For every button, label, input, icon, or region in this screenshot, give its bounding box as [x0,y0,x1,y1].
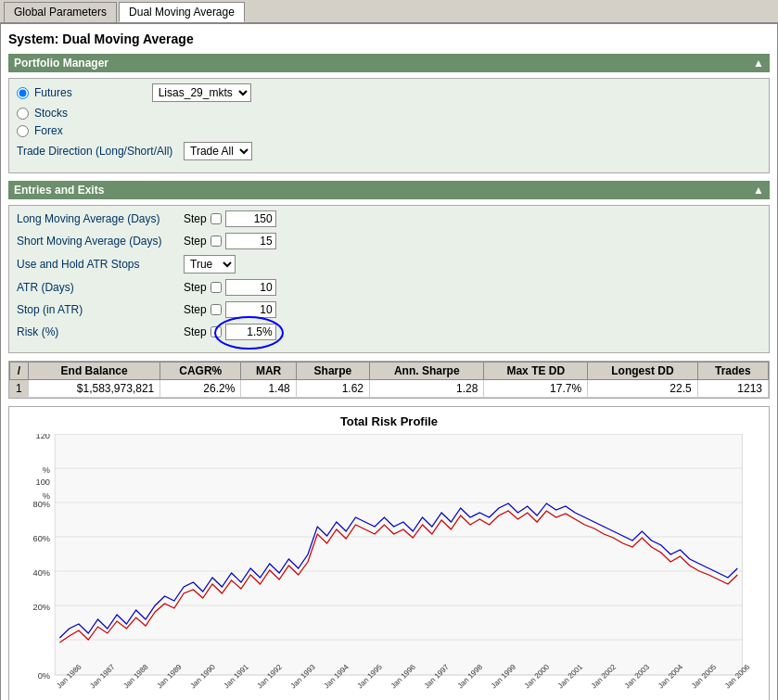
col-end-balance: End Balance [29,363,160,380]
stocks-label: Stocks [34,107,68,120]
entries-section-arrow[interactable]: ▲ [753,184,764,197]
futures-label: Futures [34,86,72,99]
cell-max-te-dd: 17.7% [484,380,588,398]
col-mar: MAR [241,363,296,380]
stocks-radio[interactable] [17,108,29,120]
tab-dual-moving-average[interactable]: Dual Moving Average [119,2,245,22]
long-ma-row: Long Moving Average (Days) Step [13,210,765,228]
risk-input[interactable] [225,324,276,340]
cell-num: 1 [10,380,29,398]
forex-radio[interactable] [17,125,29,137]
cell-cagr: 26.2% [160,380,241,398]
svg-text:100: 100 [36,477,50,487]
atr-days-input[interactable] [225,279,276,296]
atr-stops-label: Use and Hold ATR Stops [17,258,184,271]
long-ma-label: Long Moving Average (Days) [17,212,184,225]
results-table: / End Balance CAGR% MAR Sharpe Ann. Shar… [9,362,769,398]
short-ma-label: Short Moving Average (Days) [17,235,184,248]
col-ann-sharpe: Ann. Sharpe [370,363,484,380]
long-ma-step-checkbox[interactable] [210,213,222,224]
stop-atr-row: Stop (in ATR) Step [13,300,765,319]
table-row: 1 $1,583,973,821 26.2% 1.48 1.62 1.28 17… [10,380,769,398]
col-sharpe: Sharpe [296,363,369,380]
col-trades: Trades [697,363,768,380]
entries-section-header: Entries and Exits ▲ [8,181,770,199]
svg-text:120: 120 [36,434,50,440]
stop-atr-label: Stop (in ATR) [17,303,184,316]
svg-text:40%: 40% [33,568,51,578]
atr-days-label: ATR (Days) [17,281,184,294]
trade-direction-label: Trade Direction (Long/Short/All) [17,145,184,158]
long-ma-input[interactable] [225,210,276,227]
atr-days-step-checkbox[interactable] [210,282,222,293]
tabs-bar: Global Parameters Dual Moving Average [0,0,778,23]
atr-days-row: ATR (Days) Step [13,278,765,297]
svg-rect-0 [55,434,742,675]
system-title: System: Dual Moving Average [8,32,770,46]
futures-radio[interactable] [17,87,29,99]
atr-stops-row: Use and Hold ATR Stops True False [13,254,765,274]
short-ma-step-checkbox[interactable] [210,235,222,247]
atr-stops-dropdown[interactable]: True False [184,255,236,274]
chart-container: Total Risk Profile 120 % 100 % 80% [8,406,770,700]
forex-label: Forex [34,124,63,137]
cell-ann-sharpe: 1.28 [370,380,484,398]
cell-trades: 1213 [697,380,768,398]
svg-text:60%: 60% [33,534,51,543]
risk-step-checkbox[interactable] [210,326,222,337]
entries-section-body: Long Moving Average (Days) Step Short Mo… [8,205,770,353]
chart-area: 120 % 100 % 80% 60% 40% 20% 0% Jan 1986 … [17,434,761,694]
main-panel: System: Dual Moving Average Portfolio Ma… [0,23,778,700]
risk-row: Risk (%) Step [13,323,765,341]
svg-text:20%: 20% [33,603,51,612]
portfolio-section: Portfolio Manager ▲ [8,54,770,72]
cell-mar: 1.48 [241,380,296,398]
results-table-wrapper: / End Balance CAGR% MAR Sharpe Ann. Shar… [8,361,770,399]
portfolio-dropdown[interactable]: Lisas_29_mkts [152,83,251,102]
cell-longest-dd: 22.5 [588,380,698,398]
tab-global-parameters[interactable]: Global Parameters [4,2,117,22]
col-num: / [10,363,29,380]
svg-text:%: % [43,465,50,475]
cell-sharpe: 1.62 [296,380,369,398]
stop-atr-input[interactable] [225,301,276,318]
svg-text:80%: 80% [33,500,51,509]
entries-section-title: Entries and Exits [14,184,104,197]
portfolio-section-title: Portfolio Manager [14,57,108,70]
col-max-te-dd: Max TE DD [484,363,588,380]
stop-atr-step-checkbox[interactable] [210,304,222,315]
svg-text:0%: 0% [38,671,50,681]
col-cagr: CAGR% [160,363,241,380]
risk-circled [225,324,276,340]
cell-end-balance: $1,583,973,821 [29,380,160,398]
stop-atr-circled [225,301,276,318]
portfolio-section-arrow[interactable]: ▲ [753,57,764,70]
risk-label: Risk (%) [17,325,184,338]
trade-direction-dropdown[interactable]: Trade All [184,142,252,160]
col-longest-dd: Longest DD [588,363,698,380]
short-ma-row: Short Moving Average (Days) Step [13,232,765,250]
chart-title: Total Risk Profile [17,414,761,428]
short-ma-input[interactable] [225,233,276,249]
chart-svg: 120 % 100 % 80% 60% 40% 20% 0% Jan 1986 … [17,434,761,694]
portfolio-section-body: Futures Lisas_29_mkts Stocks Forex Trade… [8,78,770,173]
